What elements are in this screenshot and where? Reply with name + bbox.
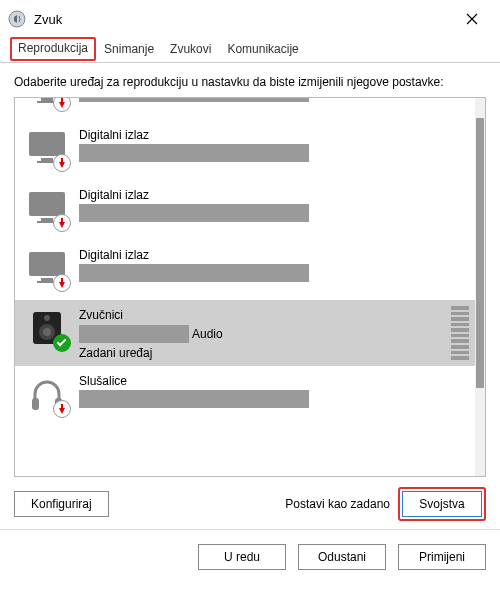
headphones-icon: [25, 372, 69, 416]
sound-app-icon: [8, 10, 26, 28]
level-meter: [451, 306, 469, 360]
speaker-icon: [25, 306, 69, 350]
properties-button[interactable]: Svojstva: [402, 491, 482, 517]
svg-rect-10: [29, 252, 65, 276]
instruction-text: Odaberite uređaj za reprodukciju u nasta…: [14, 75, 486, 89]
close-button[interactable]: [452, 4, 492, 34]
scrollbar[interactable]: [475, 98, 485, 476]
device-desc-redacted: [79, 204, 309, 222]
device-row[interactable]: Digitalni izlaz: [15, 180, 475, 240]
set-default-button[interactable]: Postavi kao zadano: [277, 492, 398, 516]
tab-communications[interactable]: Komunikacije: [219, 38, 306, 62]
device-name: Digitalni izlaz: [79, 188, 467, 202]
svg-rect-11: [41, 278, 53, 281]
device-desc-suffix: Audio: [192, 327, 223, 341]
window-title: Zvuk: [34, 12, 452, 27]
svg-rect-7: [29, 192, 65, 216]
tab-playback[interactable]: Reprodukcija: [10, 37, 96, 61]
svg-rect-17: [32, 398, 39, 410]
device-name: Digitalni izlaz: [79, 248, 467, 262]
device-desc-redacted: [79, 144, 309, 162]
device-status: Zadani uređaj: [79, 346, 467, 360]
status-badge-down-icon: [53, 400, 71, 418]
device-row[interactable]: Slušalice: [15, 366, 475, 426]
tabs-bar: Reprodukcija Snimanje Zvukovi Komunikaci…: [0, 38, 500, 63]
device-name: Slušalice: [79, 374, 467, 388]
status-badge-down-icon: [53, 214, 71, 232]
tab-recording[interactable]: Snimanje: [96, 38, 162, 62]
svg-point-16: [44, 315, 50, 321]
properties-highlight: Svojstva: [398, 487, 486, 521]
device-list: Digital Output Digitalni izlaz: [14, 97, 486, 477]
device-row-selected[interactable]: Zvučnici Audio Zadani uređaj: [15, 300, 475, 366]
device-row[interactable]: Digital Output: [15, 97, 475, 120]
scrollbar-thumb[interactable]: [476, 118, 484, 388]
monitor-icon: [25, 97, 69, 110]
device-desc-redacted: [79, 97, 309, 102]
titlebar: Zvuk: [0, 0, 500, 38]
close-icon: [466, 13, 478, 25]
ok-button[interactable]: U redu: [198, 544, 286, 570]
monitor-icon: [25, 126, 69, 170]
device-row[interactable]: Digitalni izlaz: [15, 240, 475, 300]
cancel-button[interactable]: Odustani: [298, 544, 386, 570]
svg-rect-4: [29, 132, 65, 156]
device-desc-redacted: [79, 264, 309, 282]
svg-rect-5: [41, 158, 53, 161]
tab-sounds[interactable]: Zvukovi: [162, 38, 219, 62]
svg-point-15: [43, 328, 51, 336]
device-name: Digitalni izlaz: [79, 128, 467, 142]
monitor-icon: [25, 246, 69, 290]
svg-rect-2: [41, 98, 53, 101]
status-badge-check-icon: [53, 334, 71, 352]
apply-button[interactable]: Primijeni: [398, 544, 486, 570]
device-name: Zvučnici: [79, 308, 467, 322]
device-row[interactable]: Digitalni izlaz: [15, 120, 475, 180]
device-desc-redacted: [79, 325, 189, 343]
status-badge-down-icon: [53, 154, 71, 172]
device-desc-redacted: [79, 390, 309, 408]
svg-rect-8: [41, 218, 53, 221]
status-badge-down-icon: [53, 274, 71, 292]
configure-button[interactable]: Konfiguriraj: [14, 491, 109, 517]
monitor-icon: [25, 186, 69, 230]
